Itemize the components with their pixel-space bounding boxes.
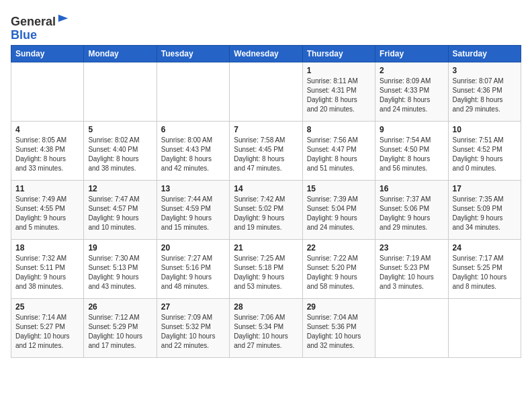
day-info: Sunrise: 7:04 AM Sunset: 5:36 PM Dayligh… <box>307 313 371 351</box>
day-cell <box>230 62 302 121</box>
column-header-saturday: Saturday <box>448 45 521 62</box>
page-header: General Blue <box>11 11 521 42</box>
day-cell <box>157 62 229 121</box>
week-row-5: 25Sunrise: 7:14 AM Sunset: 5:27 PM Dayli… <box>11 298 521 357</box>
day-number: 18 <box>15 243 79 253</box>
day-number: 23 <box>380 243 443 253</box>
day-number: 6 <box>161 125 225 134</box>
day-cell: 21Sunrise: 7:25 AM Sunset: 5:18 PM Dayli… <box>230 239 302 298</box>
day-number: 4 <box>15 125 79 134</box>
day-cell: 25Sunrise: 7:14 AM Sunset: 5:27 PM Dayli… <box>11 298 84 357</box>
day-number: 19 <box>88 243 152 253</box>
day-info: Sunrise: 7:19 AM Sunset: 5:23 PM Dayligh… <box>380 254 443 291</box>
day-number: 22 <box>307 243 371 253</box>
day-cell: 10Sunrise: 7:51 AM Sunset: 4:52 PM Dayli… <box>448 121 521 180</box>
day-number: 7 <box>234 125 298 134</box>
day-cell: 4Sunrise: 8:05 AM Sunset: 4:38 PM Daylig… <box>11 121 84 180</box>
day-cell: 9Sunrise: 7:54 AM Sunset: 4:50 PM Daylig… <box>375 121 448 180</box>
svg-marker-0 <box>58 15 68 22</box>
week-row-4: 18Sunrise: 7:32 AM Sunset: 5:11 PM Dayli… <box>11 239 521 298</box>
logo-general: General <box>11 15 56 28</box>
day-cell <box>448 298 521 357</box>
day-cell <box>375 298 448 357</box>
day-cell: 19Sunrise: 7:30 AM Sunset: 5:13 PM Dayli… <box>84 239 157 298</box>
day-cell: 17Sunrise: 7:35 AM Sunset: 5:09 PM Dayli… <box>448 180 521 239</box>
day-cell: 18Sunrise: 7:32 AM Sunset: 5:11 PM Dayli… <box>11 239 84 298</box>
day-info: Sunrise: 8:02 AM Sunset: 4:40 PM Dayligh… <box>88 136 152 173</box>
day-number: 11 <box>15 184 79 193</box>
day-cell: 3Sunrise: 8:07 AM Sunset: 4:36 PM Daylig… <box>448 62 521 121</box>
column-header-wednesday: Wednesday <box>230 45 302 62</box>
column-header-thursday: Thursday <box>302 45 375 62</box>
day-info: Sunrise: 8:05 AM Sunset: 4:38 PM Dayligh… <box>15 136 79 173</box>
day-number: 15 <box>307 184 371 193</box>
week-row-1: 1Sunrise: 8:11 AM Sunset: 4:31 PM Daylig… <box>11 62 521 121</box>
day-number: 3 <box>453 66 517 75</box>
logo: General Blue <box>11 13 69 42</box>
day-number: 27 <box>161 302 225 312</box>
day-info: Sunrise: 8:11 AM Sunset: 4:31 PM Dayligh… <box>307 77 371 114</box>
day-cell: 14Sunrise: 7:42 AM Sunset: 5:02 PM Dayli… <box>230 180 302 239</box>
day-info: Sunrise: 7:44 AM Sunset: 4:59 PM Dayligh… <box>161 195 225 232</box>
day-cell: 7Sunrise: 7:58 AM Sunset: 4:45 PM Daylig… <box>230 121 302 180</box>
day-cell: 26Sunrise: 7:12 AM Sunset: 5:29 PM Dayli… <box>84 298 157 357</box>
day-info: Sunrise: 7:42 AM Sunset: 5:02 PM Dayligh… <box>234 195 298 232</box>
day-info: Sunrise: 7:22 AM Sunset: 5:20 PM Dayligh… <box>307 254 371 291</box>
day-number: 20 <box>161 243 225 253</box>
day-info: Sunrise: 7:58 AM Sunset: 4:45 PM Dayligh… <box>234 136 298 173</box>
logo-flag-icon <box>57 13 69 26</box>
day-info: Sunrise: 8:09 AM Sunset: 4:33 PM Dayligh… <box>380 77 443 114</box>
day-cell: 12Sunrise: 7:47 AM Sunset: 4:57 PM Dayli… <box>84 180 157 239</box>
day-cell: 6Sunrise: 8:00 AM Sunset: 4:43 PM Daylig… <box>157 121 229 180</box>
day-info: Sunrise: 7:35 AM Sunset: 5:09 PM Dayligh… <box>453 195 517 232</box>
day-number: 2 <box>380 66 443 75</box>
day-info: Sunrise: 7:37 AM Sunset: 5:06 PM Dayligh… <box>380 195 443 232</box>
day-number: 8 <box>307 125 371 134</box>
day-info: Sunrise: 7:54 AM Sunset: 4:50 PM Dayligh… <box>380 136 443 173</box>
day-info: Sunrise: 7:12 AM Sunset: 5:29 PM Dayligh… <box>88 313 152 351</box>
day-number: 1 <box>307 66 371 75</box>
day-number: 16 <box>380 184 443 193</box>
day-info: Sunrise: 8:07 AM Sunset: 4:36 PM Dayligh… <box>453 77 517 114</box>
day-number: 9 <box>380 125 443 134</box>
day-number: 25 <box>15 302 79 312</box>
day-cell: 28Sunrise: 7:06 AM Sunset: 5:34 PM Dayli… <box>230 298 302 357</box>
day-number: 13 <box>161 184 225 193</box>
day-cell: 13Sunrise: 7:44 AM Sunset: 4:59 PM Dayli… <box>157 180 229 239</box>
day-cell <box>84 62 157 121</box>
day-number: 26 <box>88 302 152 312</box>
day-cell: 24Sunrise: 7:17 AM Sunset: 5:25 PM Dayli… <box>448 239 521 298</box>
day-info: Sunrise: 7:32 AM Sunset: 5:11 PM Dayligh… <box>15 254 79 291</box>
calendar-body: 1Sunrise: 8:11 AM Sunset: 4:31 PM Daylig… <box>11 62 521 357</box>
column-header-tuesday: Tuesday <box>157 45 229 62</box>
day-cell: 15Sunrise: 7:39 AM Sunset: 5:04 PM Dayli… <box>302 180 375 239</box>
day-number: 24 <box>453 243 517 253</box>
day-info: Sunrise: 7:49 AM Sunset: 4:55 PM Dayligh… <box>15 195 79 232</box>
day-number: 10 <box>453 125 517 134</box>
day-cell: 20Sunrise: 7:27 AM Sunset: 5:16 PM Dayli… <box>157 239 229 298</box>
day-number: 28 <box>234 302 298 312</box>
week-row-3: 11Sunrise: 7:49 AM Sunset: 4:55 PM Dayli… <box>11 180 521 239</box>
day-info: Sunrise: 7:25 AM Sunset: 5:18 PM Dayligh… <box>234 254 298 291</box>
day-info: Sunrise: 7:30 AM Sunset: 5:13 PM Dayligh… <box>88 254 152 291</box>
day-info: Sunrise: 7:14 AM Sunset: 5:27 PM Dayligh… <box>15 313 79 351</box>
day-info: Sunrise: 7:06 AM Sunset: 5:34 PM Dayligh… <box>234 313 298 351</box>
day-cell: 5Sunrise: 8:02 AM Sunset: 4:40 PM Daylig… <box>84 121 157 180</box>
day-info: Sunrise: 7:56 AM Sunset: 4:47 PM Dayligh… <box>307 136 371 173</box>
day-info: Sunrise: 7:27 AM Sunset: 5:16 PM Dayligh… <box>161 254 225 291</box>
day-number: 29 <box>307 302 371 312</box>
days-header-row: SundayMondayTuesdayWednesdayThursdayFrid… <box>11 45 521 62</box>
column-header-monday: Monday <box>84 45 157 62</box>
calendar-header: SundayMondayTuesdayWednesdayThursdayFrid… <box>11 45 521 62</box>
day-number: 21 <box>234 243 298 253</box>
day-cell: 23Sunrise: 7:19 AM Sunset: 5:23 PM Dayli… <box>375 239 448 298</box>
day-cell: 27Sunrise: 7:09 AM Sunset: 5:32 PM Dayli… <box>157 298 229 357</box>
day-info: Sunrise: 7:39 AM Sunset: 5:04 PM Dayligh… <box>307 195 371 232</box>
day-cell: 11Sunrise: 7:49 AM Sunset: 4:55 PM Dayli… <box>11 180 84 239</box>
day-cell: 16Sunrise: 7:37 AM Sunset: 5:06 PM Dayli… <box>375 180 448 239</box>
day-number: 5 <box>88 125 152 134</box>
day-cell: 1Sunrise: 8:11 AM Sunset: 4:31 PM Daylig… <box>302 62 375 121</box>
day-number: 14 <box>234 184 298 193</box>
day-info: Sunrise: 7:09 AM Sunset: 5:32 PM Dayligh… <box>161 313 225 351</box>
day-cell <box>11 62 84 121</box>
